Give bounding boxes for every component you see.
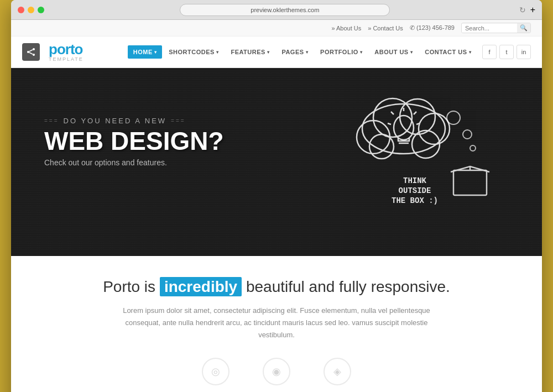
title-suffix: beautiful and fully responsive. [246,278,450,295]
linkedin-icon[interactable]: in [517,45,531,59]
facebook-icon[interactable]: f [482,45,497,59]
svg-point-0 [33,48,35,50]
traffic-lights [18,7,44,13]
svg-point-2 [33,54,35,56]
caret-icon: ▾ [216,50,219,55]
hero-tagline: DO YOU NEED A NEW [44,117,520,125]
svg-point-1 [27,51,29,53]
logo-area[interactable]: porto template [49,42,84,62]
nav-about-us[interactable]: ABOUT US ▾ [369,45,418,59]
website-content: » About Us » Contact Us ✆ (123) 456-789 … [11,20,542,392]
nav-portfolio[interactable]: PORTFOLIO ▾ [315,45,368,59]
hero-subtitle: Check out our options and features. [44,158,520,167]
title-prefix: Porto is [103,278,155,295]
browser-window: preview.oklerthemes.com ↻ + » About Us »… [11,0,542,392]
main-nav: HOME ▾ SHORTCODES ▾ FEATURES ▾ PAGES ▾ P… [128,45,477,59]
feature-icons-row: ◎ ◉ ◈ [55,352,498,391]
white-section-title: Porto is incredibly beautiful and fully … [55,278,498,296]
caret-icon: ▾ [360,50,363,55]
white-section-description: Lorem ipsum dolor sit amet, consectetur … [111,305,442,341]
nav-shortcodes[interactable]: SHORTCODES ▾ [163,45,224,59]
feature-icon-3: ◈ [324,358,351,385]
nav-pages[interactable]: PAGES ▾ [276,45,314,59]
svg-line-4 [29,53,33,54]
title-highlight: incredibly [160,277,242,296]
refresh-icon[interactable]: ↻ [519,6,526,14]
feature-icon-2: ◉ [263,358,290,385]
search-bar[interactable]: 🔍 [461,23,531,33]
logo-text: porto [49,42,82,56]
phone-number: ✆ (123) 456-789 [410,24,455,32]
twitter-icon[interactable]: t [499,45,514,59]
hero-content: DO YOU NEED A NEW WEB DESIGN? Check out … [11,68,542,216]
nav-features[interactable]: FEATURES ▾ [225,45,275,59]
white-section: Porto is incredibly beautiful and fully … [11,256,542,392]
search-button[interactable]: 🔍 [517,23,530,33]
close-button[interactable] [18,7,24,13]
hero-title: WEB DESIGN? [44,128,520,154]
svg-line-3 [29,50,33,51]
address-bar[interactable]: preview.oklerthemes.com [51,4,519,16]
nav-home[interactable]: HOME ▾ [128,45,163,59]
contact-us-link[interactable]: » Contact Us [368,25,403,32]
site-header: porto template HOME ▾ SHORTCODES ▾ FEATU… [11,36,542,68]
about-us-link[interactable]: » About Us [331,25,361,32]
logo-sub: template [49,56,84,62]
feature-icon-1: ◎ [202,358,229,385]
caret-icon: ▾ [306,50,309,55]
browser-titlebar: preview.oklerthemes.com ↻ + [11,0,542,20]
share-icon [27,48,35,56]
fullscreen-button[interactable] [38,7,44,13]
url-display[interactable]: preview.oklerthemes.com [180,4,390,16]
top-bar: » About Us » Contact Us ✆ (123) 456-789 … [11,20,542,36]
caret-icon: ▾ [154,50,157,55]
caret-icon: ▾ [267,50,270,55]
minimize-button[interactable] [28,7,34,13]
nav-contact-us[interactable]: CONTACT US ▾ [419,45,477,59]
browser-actions: ↻ + [519,5,535,15]
hero-section: THINK OUTSIDE THE BOX :) DO YOU NEED A N… [11,68,542,256]
caret-icon: ▾ [410,50,413,55]
share-button[interactable] [22,43,40,61]
search-input[interactable] [462,24,517,33]
new-tab-icon[interactable]: + [530,5,535,15]
social-icons: f t in [482,45,531,59]
caret-icon: ▾ [469,50,472,55]
